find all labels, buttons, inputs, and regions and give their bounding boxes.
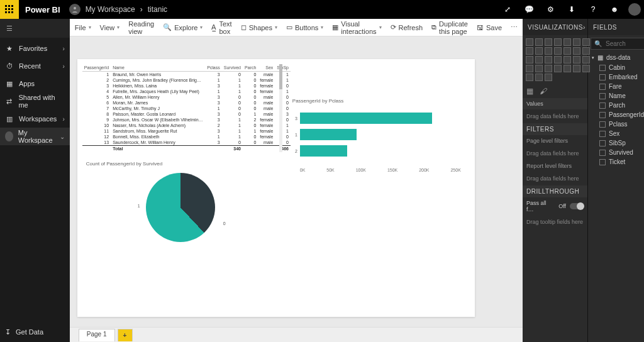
chat-icon[interactable]: 💬 (518, 0, 540, 19)
viz-type-icon[interactable] (535, 65, 543, 72)
table-node[interactable]: ▾ ▦ dss-data (588, 52, 644, 63)
viz-type-icon[interactable] (573, 56, 580, 63)
breadcrumb-report[interactable]: titanic (148, 5, 167, 14)
viz-type-icon[interactable] (564, 56, 571, 63)
viz-type-icon[interactable] (554, 65, 562, 72)
tooltip-drop[interactable]: Drag tooltip fields here (523, 215, 587, 229)
viz-type-icon[interactable] (535, 47, 543, 55)
explore-button[interactable]: 🔍Explore▾ (163, 23, 203, 31)
shapes-button[interactable]: ◻Shapes▾ (241, 23, 277, 31)
field-item[interactable]: Cabin (597, 63, 644, 72)
field-item[interactable]: PassengerId (597, 110, 644, 119)
reading-view-button[interactable]: Reading view (128, 20, 154, 35)
viz-type-icon[interactable] (545, 65, 552, 72)
checkbox-icon[interactable] (599, 121, 606, 128)
values-drop-zone[interactable]: Drag data fields here (523, 109, 587, 123)
viz-type-icon[interactable] (554, 56, 562, 63)
more-icon[interactable]: ⋯ (511, 23, 518, 31)
viz-type-icon[interactable] (573, 65, 580, 72)
search-input[interactable] (606, 40, 644, 47)
add-page-button[interactable]: + (118, 329, 133, 341)
viz-type-icon[interactable] (526, 38, 533, 46)
checkbox-icon[interactable] (599, 131, 606, 137)
fields-header[interactable]: FIELDS› (588, 19, 644, 35)
sidebar-item[interactable]: ★Favorites› (0, 40, 70, 57)
viz-type-icon[interactable] (526, 74, 533, 81)
checkbox-icon[interactable] (599, 159, 606, 165)
field-item[interactable]: Survived (597, 148, 644, 157)
viz-type-icon[interactable] (526, 47, 533, 55)
field-item[interactable]: Embarked (597, 72, 644, 82)
viz-type-icon[interactable] (573, 38, 580, 46)
fields-well-icon[interactable]: ▦ (526, 87, 533, 96)
tab-page-1[interactable]: Page 1 (79, 329, 115, 341)
chevron-right-icon: › (62, 116, 64, 123)
field-item[interactable]: Name (597, 91, 644, 101)
save-button[interactable]: 🖫Save (477, 24, 502, 31)
pass-all-toggle[interactable] (570, 203, 584, 209)
viz-type-icon[interactable] (564, 47, 571, 55)
buttons-button[interactable]: ▭Buttons▾ (286, 23, 323, 31)
scrollbar[interactable] (279, 64, 282, 152)
account-avatar[interactable] (625, 0, 644, 19)
checkbox-icon[interactable] (599, 150, 606, 156)
viz-type-icon[interactable] (535, 38, 543, 46)
checkbox-icon[interactable] (599, 93, 606, 99)
hamburger-icon[interactable]: ☰ (0, 19, 70, 38)
sidebar-item[interactable]: ▦Apps (0, 75, 70, 92)
breadcrumb-workspace[interactable]: My Workspace (86, 5, 135, 14)
page-filters-drop[interactable]: Drag data fields here (523, 146, 587, 160)
table-visual[interactable]: PassengerIdNamePclassSurvivedParchSexSib… (82, 64, 279, 152)
checkbox-icon[interactable] (599, 112, 606, 118)
refresh-button[interactable]: ⟳Refresh (391, 23, 423, 31)
file-menu[interactable]: File▾ (75, 24, 91, 31)
textbox-button[interactable]: A̲Text box (211, 20, 231, 35)
feedback-icon[interactable]: ☻ (604, 0, 625, 19)
viz-type-icon[interactable] (564, 38, 571, 46)
viz-type-icon[interactable] (573, 47, 580, 55)
bar-visual[interactable]: PassengerId by Pclass 312 0K50K100K150K2… (289, 97, 465, 191)
viz-type-icon[interactable] (526, 65, 533, 72)
viz-type-icon[interactable] (526, 56, 533, 63)
viz-type-icon[interactable] (535, 56, 543, 63)
help-icon[interactable]: ? (582, 0, 604, 19)
report-filters-drop[interactable]: Drag data fields here (523, 172, 587, 185)
duplicate-page-button[interactable]: ⧉Duplicate this page (431, 20, 468, 35)
visual-interactions-button[interactable]: ▦Visual interactions▾ (332, 20, 381, 35)
viz-type-icon[interactable] (545, 47, 552, 55)
viz-type-icon[interactable] (554, 47, 562, 55)
field-item[interactable]: Fare (597, 82, 644, 91)
checkbox-icon[interactable] (599, 140, 606, 146)
sidebar-my-workspace[interactable]: My Workspace ⌄ (0, 128, 70, 145)
format-icon[interactable]: 🖌 (540, 87, 547, 96)
field-item[interactable]: Parch (597, 101, 644, 110)
get-data-button[interactable]: ↧ Get Data (0, 322, 70, 342)
viz-type-icon[interactable] (545, 74, 552, 81)
sidebar-item[interactable]: ⏱Recent› (0, 57, 70, 75)
sidebar-item[interactable]: ▥Workspaces› (0, 110, 70, 128)
checkbox-icon[interactable] (599, 84, 606, 90)
download-icon[interactable]: ⬇ (561, 0, 582, 19)
checkbox-icon[interactable] (599, 74, 606, 80)
sidebar-item-label: Recent (19, 62, 41, 70)
sidebar-item[interactable]: ⇄Shared with me (0, 92, 70, 110)
checkbox-icon[interactable] (599, 102, 606, 109)
report-canvas[interactable]: PassengerIdNamePclassSurvivedParchSexSib… (70, 36, 523, 327)
settings-icon[interactable]: ⚙ (540, 0, 561, 19)
field-item[interactable]: Pclass (597, 119, 644, 129)
checkbox-icon[interactable] (599, 65, 606, 71)
viz-type-icon[interactable] (545, 38, 552, 46)
pie-visual[interactable]: Count of PassengerId by Survived 0 1 (82, 158, 279, 259)
visualizations-header[interactable]: VISUALIZATIONS› (523, 19, 587, 35)
field-item[interactable]: Sex (597, 129, 644, 138)
viz-type-icon[interactable] (535, 74, 543, 81)
view-menu[interactable]: View▾ (100, 24, 120, 31)
field-item[interactable]: SibSp (597, 138, 644, 148)
viz-type-icon[interactable] (545, 56, 552, 63)
fullscreen-icon[interactable]: ⤢ (497, 0, 518, 19)
app-launcher-icon[interactable] (0, 0, 19, 19)
fields-search[interactable]: 🔍 (591, 38, 644, 50)
field-item[interactable]: Ticket (597, 157, 644, 167)
viz-type-icon[interactable] (564, 65, 571, 72)
viz-type-icon[interactable] (554, 38, 562, 46)
